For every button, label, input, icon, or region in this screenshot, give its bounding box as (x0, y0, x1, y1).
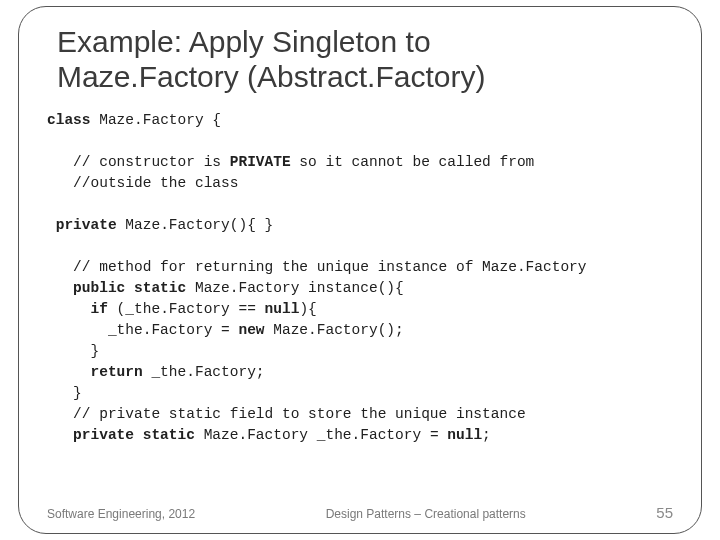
kw-private: private (47, 217, 117, 233)
title-line-2: Maze.Factory (Abstract.Factory) (57, 60, 485, 93)
code-text: _the.Factory = (47, 322, 238, 338)
kw-null: null (265, 301, 300, 317)
code-text: _the.Factory; (143, 364, 265, 380)
code-text: ; (482, 427, 491, 443)
slide-frame: Example: Apply Singleton to Maze.Factory… (18, 6, 702, 534)
code-text: Maze.Factory _the.Factory = (195, 427, 447, 443)
code-text: (_the.Factory == (108, 301, 265, 317)
kw-public-static: public static (47, 280, 186, 296)
code-text: Maze.Factory { (91, 112, 222, 128)
kw-private-static: private static (47, 427, 195, 443)
code-text: // method for returning the unique insta… (47, 259, 587, 275)
footer-center: Design Patterns – Creational patterns (195, 507, 656, 521)
title-line-1: Example: Apply Singleton to (57, 25, 431, 58)
kw-return: return (47, 364, 143, 380)
code-text: } (47, 343, 99, 359)
kw-class: class (47, 112, 91, 128)
code-text: ){ (299, 301, 316, 317)
kw-private-word: PRIVATE (230, 154, 291, 170)
slide-footer: Software Engineering, 2012 Design Patter… (47, 504, 673, 521)
code-text: so it cannot be called from (291, 154, 535, 170)
kw-if: if (47, 301, 108, 317)
code-text: } (47, 385, 82, 401)
code-block: class Maze.Factory { // constructor is P… (47, 110, 673, 496)
kw-new: new (238, 322, 264, 338)
page-number: 55 (656, 504, 673, 521)
code-text: Maze.Factory instance(){ (186, 280, 404, 296)
code-text: //outside the class (47, 175, 238, 191)
code-text: // constructor is (47, 154, 230, 170)
kw-null2: null (447, 427, 482, 443)
slide-title: Example: Apply Singleton to Maze.Factory… (57, 25, 673, 94)
code-text: Maze.Factory(); (265, 322, 404, 338)
code-text: Maze.Factory(){ } (117, 217, 274, 233)
footer-left: Software Engineering, 2012 (47, 507, 195, 521)
code-text: // private static field to store the uni… (47, 406, 526, 422)
